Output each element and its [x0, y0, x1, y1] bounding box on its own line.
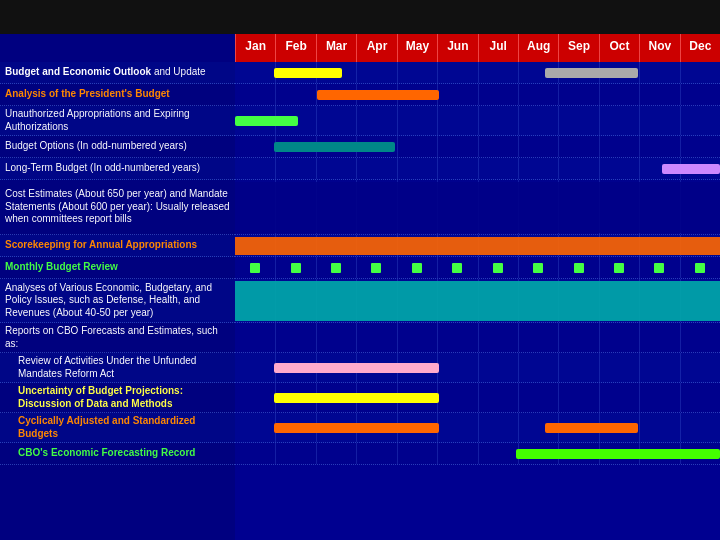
- bar-uncertainty: [274, 393, 439, 403]
- chart-row-economic-forecasting: [235, 443, 720, 465]
- labels-column: Budget and Economic Outlook and UpdateAn…: [0, 34, 235, 540]
- dot-month-6: [493, 263, 503, 273]
- label-row-various-analyses: Analyses of Various Economic, Budgetary,…: [0, 279, 235, 323]
- chart-row-uncertainty: [235, 383, 720, 413]
- chart-area: Jan Feb Mar Apr May Jun Jul Aug Sep Oct …: [235, 34, 720, 540]
- dot-month-11: [695, 263, 705, 273]
- bar-economic-forecasting: [516, 449, 720, 459]
- label-row-economic-forecasting: CBO's Economic Forecasting Record: [0, 443, 235, 465]
- month-jan: Jan: [235, 34, 275, 62]
- dot-month-0: [250, 263, 260, 273]
- label-row-unauthorized: Unauthorized Appropriations and Expiring…: [0, 106, 235, 136]
- bar-cyclically-adjusted: [545, 423, 637, 433]
- label-row-budget-economic: Budget and Economic Outlook and Update: [0, 62, 235, 84]
- month-aug: Aug: [518, 34, 558, 62]
- header: [0, 0, 720, 34]
- dot-month-3: [371, 263, 381, 273]
- chart-row-budget-options: [235, 136, 720, 158]
- bar-cyclically-adjusted: [274, 423, 439, 433]
- chart-row-monthly-budget: [235, 257, 720, 279]
- month-jul: Jul: [478, 34, 518, 62]
- dot-month-7: [533, 263, 543, 273]
- month-sep: Sep: [558, 34, 598, 62]
- bar-scorekeeping: [235, 237, 720, 255]
- dot-month-10: [654, 263, 664, 273]
- label-row-budget-options: Budget Options (In odd-numbered years): [0, 136, 235, 158]
- bar-budget-economic: [545, 68, 637, 78]
- chart-row-cyclically-adjusted: [235, 413, 720, 443]
- label-row-long-term: Long-Term Budget (In odd-numbered years): [0, 158, 235, 180]
- month-nov: Nov: [639, 34, 679, 62]
- label-row-presidents-budget: Analysis of the President's Budget: [0, 84, 235, 106]
- chart-row-budget-economic: [235, 62, 720, 84]
- bar-unauthorized: [235, 116, 298, 126]
- dot-month-9: [614, 263, 624, 273]
- bar-presidents-budget: [317, 90, 438, 100]
- bar-budget-options: [274, 142, 395, 152]
- dot-month-8: [574, 263, 584, 273]
- month-mar: Mar: [316, 34, 356, 62]
- dot-month-5: [452, 263, 462, 273]
- label-row-scorekeeping: Scorekeeping for Annual Appropriations: [0, 235, 235, 257]
- labels-container: Budget and Economic Outlook and UpdateAn…: [0, 62, 235, 465]
- bar-budget-economic: [274, 68, 342, 78]
- label-row-uncertainty: Uncertainty of Budget Projections: Discu…: [0, 383, 235, 413]
- label-row-cyclically-adjusted: Cyclically Adjusted and Standardized Bud…: [0, 413, 235, 443]
- month-apr: Apr: [356, 34, 396, 62]
- chart-row-unfunded-mandates: [235, 353, 720, 383]
- dot-month-4: [412, 263, 422, 273]
- chart-row-cost-estimates: [235, 180, 720, 235]
- bar-cost-estimates: [235, 182, 720, 233]
- month-feb: Feb: [275, 34, 315, 62]
- chart-row-presidents-budget: [235, 84, 720, 106]
- month-oct: Oct: [599, 34, 639, 62]
- app-container: Budget and Economic Outlook and UpdateAn…: [0, 0, 720, 540]
- label-row-cost-estimates: Cost Estimates (About 650 per year) and …: [0, 180, 235, 235]
- months-header: Jan Feb Mar Apr May Jun Jul Aug Sep Oct …: [235, 34, 720, 62]
- dot-month-1: [291, 263, 301, 273]
- month-dec: Dec: [680, 34, 720, 62]
- bar-various-analyses: [235, 281, 720, 321]
- bar-long-term: [662, 164, 720, 174]
- main-content: Budget and Economic Outlook and UpdateAn…: [0, 34, 720, 540]
- chart-row-various-analyses: [235, 279, 720, 323]
- chart-row-reports-header: [235, 323, 720, 353]
- dot-month-2: [331, 263, 341, 273]
- chart-row-scorekeeping: [235, 235, 720, 257]
- label-row-monthly-budget: Monthly Budget Review: [0, 257, 235, 279]
- label-row-unfunded-mandates: Review of Activities Under the Unfunded …: [0, 353, 235, 383]
- month-may: May: [397, 34, 437, 62]
- month-jun: Jun: [437, 34, 477, 62]
- chart-row-long-term: [235, 158, 720, 180]
- label-row-reports-header: Reports on CBO Forecasts and Estimates, …: [0, 323, 235, 353]
- bar-unfunded-mandates: [274, 363, 439, 373]
- chart-container: [235, 62, 720, 465]
- chart-row-unauthorized: [235, 106, 720, 136]
